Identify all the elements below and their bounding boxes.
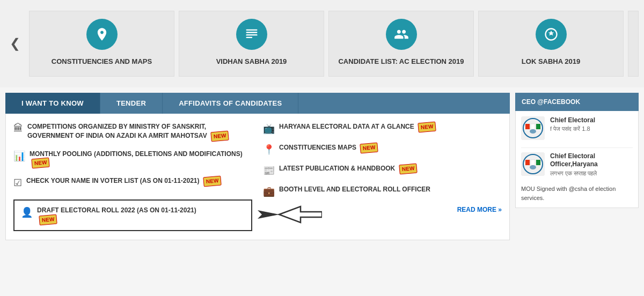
- nav-card-vidhan-sabha[interactable]: VIDHAN SABHA 2019: [179, 11, 324, 77]
- newspaper-icon: 📰: [263, 165, 275, 176]
- menu-item-competitions[interactable]: 🏛 COMPETITIONS ORGANIZED BY MINISTRY OF …: [13, 122, 252, 141]
- new-badge-maps: NEW: [360, 142, 379, 153]
- nav-card-icon-constituencies: [86, 19, 118, 50]
- monthly-pooling-label: MONTHLY POOLING (ADDITIONS, DELETIONS AN…: [30, 150, 243, 158]
- nav-card-icon-candidate-list: [386, 19, 417, 50]
- svg-marker-4: [279, 206, 322, 223]
- svg-rect-8: [525, 124, 530, 129]
- fb-info-2: Chief Electoral Officer,Haryana लगभग एक …: [550, 152, 633, 177]
- nav-card-constituencies[interactable]: CONSTITUENCIES AND MAPS: [29, 11, 174, 77]
- pointing-arrow: [258, 204, 322, 225]
- new-badge-competitions: NEW: [210, 130, 229, 142]
- tab-affidavits[interactable]: AFFIDAVITS OF CANDIDATES: [163, 93, 298, 114]
- new-badge-monthly: NEW: [31, 158, 50, 169]
- main-content: I WANT TO KNOW TENDER AFFIDAVITS OF CAND…: [0, 87, 644, 240]
- nav-card-label-candidate-list: CANDIDATE LIST: AC ELECTION 2019: [338, 57, 464, 66]
- menu-item-booth-level[interactable]: 💼 BOOTH LEVEL AND ELECTORAL ROLL OFFICER: [263, 185, 502, 197]
- highlight-box-wrapper: 👤 DRAFT ELECTORAL ROLL 2022 (AS ON 01-11…: [13, 197, 252, 231]
- svg-rect-9: [531, 124, 535, 129]
- highlight-box-draft-electoral[interactable]: 👤 DRAFT ELECTORAL ROLL 2022 (AS ON 01-11…: [13, 199, 252, 231]
- facebook-card: Chief Electoral f पेज पसंद करें 1.8: [515, 111, 639, 208]
- tab-i-want-to-know[interactable]: I WANT TO KNOW: [5, 93, 100, 114]
- svg-marker-5: [258, 210, 279, 219]
- constituencies-maps-label: CONSTITUENCIES MAPS: [279, 144, 356, 151]
- draft-electoral-label: DRAFT ELECTORAL ROLL 2022 (AS ON 01-11-2…: [37, 206, 196, 214]
- fb-post-text: MOU Signed with @csha of election servic…: [521, 184, 633, 202]
- fb-name-1: Chief Electoral: [550, 116, 633, 125]
- menu-item-monthly-pooling[interactable]: 📊 MONTHLY POOLING (ADDITIONS, DELETIONS …: [13, 150, 252, 168]
- svg-rect-0: [246, 29, 257, 31]
- nav-card-label-lok-sabha: LOK SABHA 2019: [522, 57, 580, 66]
- svg-rect-16: [536, 160, 540, 165]
- partial-nav-card: [628, 11, 639, 77]
- sidebar-header: CEO @FACEBOOK: [515, 93, 639, 111]
- new-badge-haryana: NEW: [418, 121, 436, 132]
- menu-item-latest-publication[interactable]: 📰 LATEST PUBLICATION & HANDBOOK NEW: [263, 164, 502, 176]
- building-icon: 🏛: [13, 123, 23, 134]
- person-icon: 👤: [21, 206, 33, 218]
- fb-name-2: Chief Electoral Officer,Haryana: [550, 152, 633, 169]
- check-voter-label: CHECK YOUR NAME IN VOTER LIST (AS ON 01-…: [26, 177, 200, 184]
- menu-item-text-monthly-pooling: MONTHLY POOLING (ADDITIONS, DELETIONS AN…: [30, 150, 252, 168]
- menu-item-text-competitions: COMPETITIONS ORGANIZED BY MINISTRY OF SA…: [27, 122, 252, 141]
- left-section: I WANT TO KNOW TENDER AFFIDAVITS OF CAND…: [5, 93, 510, 240]
- svg-rect-10: [536, 124, 540, 129]
- monitor-icon: 📺: [263, 123, 275, 135]
- left-column: 🏛 COMPETITIONS ORGANIZED BY MINISTRY OF …: [13, 122, 252, 231]
- fb-avatar-1: [521, 116, 545, 140]
- menu-item-check-voter[interactable]: ☑ CHECK YOUR NAME IN VOTER LIST (AS ON 0…: [13, 176, 252, 189]
- menu-item-text-booth-level: BOOTH LEVEL AND ELECTORAL ROLL OFFICER: [279, 185, 430, 194]
- new-badge-publication: NEW: [399, 163, 418, 174]
- fb-info-1: Chief Electoral f पेज पसंद करें 1.8: [550, 116, 633, 133]
- tab-tender[interactable]: TENDER: [100, 93, 163, 114]
- latest-publication-label: LATEST PUBLICATION & HANDBOOK: [279, 165, 395, 172]
- menu-item-text-constituencies-maps: CONSTITUENCIES MAPS NEW: [279, 143, 378, 153]
- right-sidebar: CEO @FACEBOOK Chief Electoral: [515, 93, 639, 240]
- menu-item-constituencies-maps[interactable]: 📍 CONSTITUENCIES MAPS NEW: [263, 143, 502, 156]
- tabs-container: I WANT TO KNOW TENDER AFFIDAVITS OF CAND…: [5, 93, 510, 114]
- menu-item-text-latest-publication: LATEST PUBLICATION & HANDBOOK NEW: [279, 164, 417, 174]
- fb-item-1[interactable]: Chief Electoral f पेज पसंद करें 1.8: [521, 116, 633, 140]
- chart-icon: 📊: [13, 150, 25, 162]
- draft-electoral-text: DRAFT ELECTORAL ROLL 2022 (AS ON 01-11-2…: [37, 206, 196, 225]
- fb-time-2: लगभग एक सप्ताह पहले: [550, 170, 633, 177]
- svg-point-17: [530, 165, 536, 169]
- nav-card-icon-lok-sabha: [536, 19, 567, 50]
- content-panel: 🏛 COMPETITIONS ORGANIZED BY MINISTRY OF …: [5, 114, 510, 240]
- menu-item-haryana-electoral[interactable]: 📺 HARYANA ELECTORAL DATA AT A GLANCE NEW: [263, 122, 502, 135]
- haryana-electoral-label: HARYANA ELECTORAL DATA AT A GLANCE: [279, 123, 414, 130]
- competitions-label: COMPETITIONS ORGANIZED BY MINISTRY OF SA…: [27, 123, 207, 139]
- svg-rect-15: [531, 160, 535, 165]
- menu-item-text-haryana-electoral: HARYANA ELECTORAL DATA AT A GLANCE NEW: [279, 122, 436, 132]
- fb-avatar-2: [521, 152, 545, 176]
- svg-rect-14: [525, 160, 530, 165]
- nav-card-lok-sabha[interactable]: LOK SABHA 2019: [478, 11, 624, 77]
- svg-point-11: [530, 129, 536, 134]
- menu-item-text-check-voter: CHECK YOUR NAME IN VOTER LIST (AS ON 01-…: [26, 176, 221, 186]
- svg-rect-2: [246, 34, 257, 35]
- new-badge-check-voter: NEW: [203, 176, 222, 187]
- svg-rect-3: [246, 37, 252, 38]
- arrow-container: [258, 204, 322, 225]
- check-icon: ☑: [13, 177, 22, 189]
- fb-divider: [521, 147, 633, 148]
- nav-card-label-vidhan-sabha: VIDHAN SABHA 2019: [216, 57, 287, 66]
- fb-sub-1: f पेज पसंद करें 1.8: [550, 125, 633, 132]
- new-badge-draft: NEW: [39, 214, 57, 226]
- fb-item-2[interactable]: Chief Electoral Officer,Haryana लगभग एक …: [521, 152, 633, 177]
- nav-card-icon-vidhan-sabha: [236, 19, 267, 50]
- nav-cards-container: ❮ CONSTITUENCIES AND MAPS VIDHAN SABHA 2…: [0, 0, 644, 87]
- nav-card-label-constituencies: CONSTITUENCIES AND MAPS: [52, 57, 152, 66]
- svg-rect-1: [246, 32, 257, 33]
- pin-icon: 📍: [263, 144, 275, 156]
- nav-card-candidate-list[interactable]: CANDIDATE LIST: AC ELECTION 2019: [328, 11, 474, 77]
- briefcase-icon: 💼: [263, 186, 275, 197]
- prev-arrow[interactable]: ❮: [5, 11, 25, 77]
